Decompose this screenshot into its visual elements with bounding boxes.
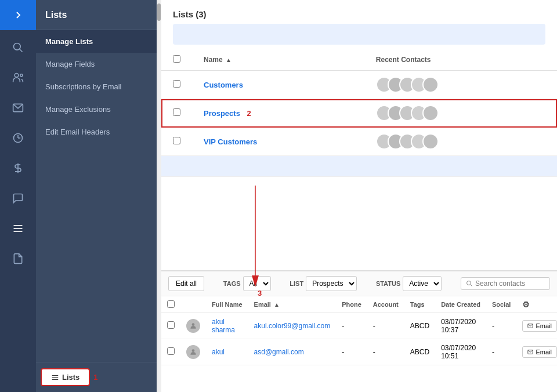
annotation-1: 1: [93, 373, 97, 382]
list-link-customers[interactable]: Customers: [204, 81, 243, 89]
col-account: Account: [367, 296, 404, 313]
icon-navigation: [0, 0, 36, 392]
table-row: VIP Customers: [161, 128, 557, 156]
annotation-2: 2: [247, 109, 251, 118]
lists-search-bar[interactable]: [173, 24, 545, 45]
bottom-table-wrap: Full Name Email ▲ Phone Account Tags Dat…: [161, 296, 557, 392]
list-link-vip[interactable]: VIP Customers: [204, 137, 257, 146]
contacts-select-all[interactable]: [167, 300, 175, 308]
search-nav-icon[interactable]: [0, 32, 36, 63]
contact-avatar-1: [186, 319, 200, 333]
status-group: STATUS Active: [376, 276, 442, 291]
scroll-thumb[interactable]: [157, 3, 161, 21]
col-date: Date Created: [435, 296, 486, 313]
lists-table: Name ▲ Recent Contacts Customers: [161, 49, 557, 270]
contact-date-2: 03/07/2020 10:51: [435, 339, 486, 365]
list-link-prospects[interactable]: Prospects: [204, 109, 240, 118]
contact-checkbox-2[interactable]: [167, 347, 175, 355]
list-select[interactable]: Prospects: [306, 276, 357, 291]
empty-row: [161, 156, 557, 177]
sidebar-title: Lists: [36, 0, 157, 30]
contact-phone-2: -: [336, 339, 367, 365]
svg-point-0: [14, 43, 21, 50]
contact-social-2: -: [486, 339, 516, 365]
analytics-nav-icon[interactable]: [0, 123, 36, 153]
tags-label: TAGS: [223, 280, 241, 287]
svg-point-3: [20, 74, 23, 77]
email-nav-icon[interactable]: [0, 93, 36, 123]
avatar: [422, 77, 439, 93]
gear-icon[interactable]: ⚙: [522, 300, 530, 309]
contact-date-1: 03/07/2020 10:37: [435, 313, 486, 339]
status-label: STATUS: [376, 280, 400, 287]
lists-bottom-badge[interactable]: Lists: [41, 368, 90, 386]
svg-line-1: [20, 49, 23, 52]
contact-account-1: -: [367, 313, 404, 339]
contact-tags-1: ABCD: [404, 313, 435, 339]
email-button-2[interactable]: Email: [522, 346, 557, 358]
contacts-nav-icon[interactable]: [0, 63, 36, 93]
lists-main-table: Name ▲ Recent Contacts Customers: [161, 49, 557, 177]
contact-name-1[interactable]: akul sharma: [212, 318, 235, 334]
edit-all-button[interactable]: Edit all: [168, 276, 204, 291]
document-nav-icon[interactable]: [0, 244, 36, 274]
name-label: Name: [204, 56, 223, 64]
contact-email-2[interactable]: asd@gmail.com: [254, 348, 304, 356]
name-column-header: Name ▲: [192, 49, 364, 71]
contact-social-1: -: [486, 313, 516, 339]
avatar: [422, 133, 439, 150]
tags-select[interactable]: All: [243, 276, 271, 291]
select-all-checkbox[interactable]: [173, 55, 180, 63]
col-tags: Tags: [404, 296, 435, 313]
tags-group: TAGS All: [223, 276, 271, 291]
dollar-nav-icon[interactable]: [0, 153, 36, 183]
sidebar-item-subscriptions[interactable]: Subscriptions by Email: [36, 75, 157, 98]
search-contacts-icon: [466, 280, 473, 287]
avatar: [422, 105, 439, 121]
email-button-1[interactable]: Email: [522, 320, 557, 332]
search-contacts-group: [461, 277, 550, 290]
svg-point-17: [192, 323, 195, 326]
table-row: Customers: [161, 71, 557, 99]
sort-arrow-icon[interactable]: ▲: [226, 57, 232, 63]
email-sort-icon[interactable]: ▲: [274, 302, 280, 308]
list-group: LIST Prospects: [290, 276, 357, 291]
bottom-section: Edit all TAGS All LIST Prospects STATUS …: [161, 270, 557, 392]
row-checkbox-prospects[interactable]: [173, 108, 180, 116]
sidebar-item-edit-email-headers[interactable]: Edit Email Headers: [36, 121, 157, 143]
table-row-prospects: Prospects 2: [161, 99, 557, 128]
bottom-toolbar: Edit all TAGS All LIST Prospects STATUS …: [161, 271, 557, 296]
sidebar-item-manage-exclusions[interactable]: Manage Exclusions: [36, 98, 157, 121]
chat-nav-icon[interactable]: [0, 183, 36, 213]
sidebar-item-manage-lists[interactable]: Manage Lists: [36, 30, 157, 53]
contact-row: akul asd@gmail.com - - ABCD 03/07/2020 1…: [161, 339, 557, 365]
svg-point-19: [192, 349, 195, 352]
contact-checkbox-1[interactable]: [167, 321, 175, 329]
svg-point-15: [467, 281, 471, 285]
lists-nav-icon[interactable]: [0, 213, 36, 244]
contact-actions-1: Email ▼: [522, 320, 557, 332]
contact-row: akul sharma akul.color99@gmail.com - - A…: [161, 313, 557, 339]
sidebar-item-manage-fields[interactable]: Manage Fields: [36, 53, 157, 75]
col-avatar: [180, 296, 206, 313]
svg-point-2: [15, 74, 19, 78]
sidebar: Lists Manage Lists Manage Fields Subscri…: [36, 0, 157, 392]
main-content: Lists (3) Name ▲ Recent Contacts: [161, 0, 557, 392]
lists-section: Lists (3) Name ▲ Recent Contacts: [161, 0, 557, 270]
svg-line-16: [471, 285, 472, 286]
contact-email-1[interactable]: akul.color99@gmail.com: [254, 322, 331, 330]
contact-name-2[interactable]: akul: [212, 348, 225, 356]
nav-top-arrow[interactable]: [0, 0, 36, 30]
search-contacts-input[interactable]: [475, 280, 545, 288]
contact-actions-2: Email ▼: [522, 346, 557, 358]
contacts-table: Full Name Email ▲ Phone Account Tags Dat…: [161, 296, 557, 365]
status-select[interactable]: Active: [403, 276, 442, 291]
contact-account-2: -: [367, 339, 404, 365]
row-checkbox-customers[interactable]: [173, 80, 180, 88]
row-checkbox-vip[interactable]: [173, 137, 180, 144]
col-phone: Phone: [336, 296, 367, 313]
avatar-group-vip: [376, 133, 545, 150]
col-action: ⚙: [516, 296, 557, 313]
contact-tags-2: ABCD: [404, 339, 435, 365]
scrollbar[interactable]: [157, 0, 161, 392]
